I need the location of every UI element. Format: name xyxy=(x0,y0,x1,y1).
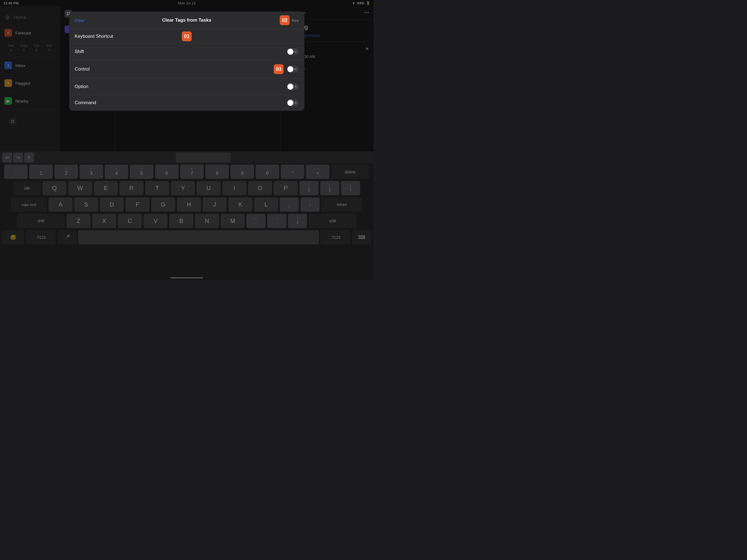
modal-row-control[interactable]: Control 03 xyxy=(69,60,304,79)
toggle-knob xyxy=(287,49,293,55)
toggle-dot xyxy=(294,68,297,70)
badge-03: 03 xyxy=(274,64,284,74)
toggle-knob xyxy=(287,84,293,90)
command-label: Command xyxy=(75,100,287,105)
clear-button[interactable]: Clear xyxy=(75,18,84,23)
modal-overlay[interactable]: Clear Clear Tags from Tasks 02 Key Keybo… xyxy=(0,0,374,280)
key-label: Key xyxy=(292,18,299,23)
option-toggle[interactable] xyxy=(287,83,299,90)
shift-label: Shift xyxy=(75,49,287,54)
toggle-dot xyxy=(294,85,297,88)
command-toggle[interactable] xyxy=(287,99,299,106)
modal-row-keyboard-shortcut[interactable]: Keyboard Shortcut 01 xyxy=(69,29,304,44)
modal-row-option[interactable]: Option xyxy=(69,79,304,95)
shift-toggle[interactable] xyxy=(287,48,299,55)
modal-title: Clear Tags from Tasks xyxy=(162,18,211,23)
control-toggle[interactable] xyxy=(287,66,299,73)
modal-badge-02: 02 xyxy=(280,15,289,25)
toggle-dot xyxy=(294,102,297,104)
modal-row-command[interactable]: Command xyxy=(69,95,304,111)
modal-rows: Keyboard Shortcut 01 Shift Control 03 xyxy=(69,29,304,111)
option-label: Option xyxy=(75,84,287,90)
toggle-dot xyxy=(294,51,297,53)
toggle-knob xyxy=(287,100,293,106)
control-label: Control xyxy=(75,67,274,72)
badge-01: 01 xyxy=(182,31,192,41)
modal-row-shift[interactable]: Shift xyxy=(69,44,304,60)
modal-header: Clear Clear Tags from Tasks 02 Key xyxy=(69,11,304,29)
modal-dialog: Clear Clear Tags from Tasks 02 Key Keybo… xyxy=(69,11,304,111)
toggle-knob xyxy=(287,66,293,72)
